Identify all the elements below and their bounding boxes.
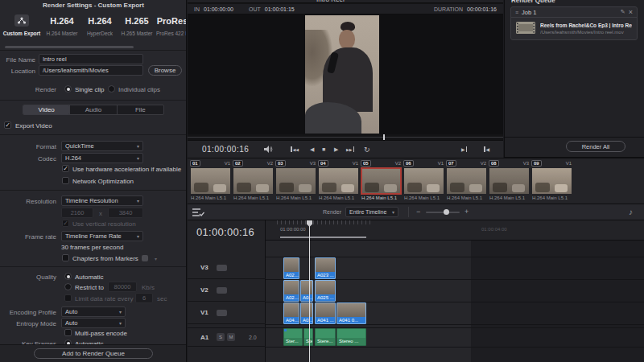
entropy-mode-dropdown[interactable]: Auto▾ bbox=[61, 318, 126, 328]
clip-thumbnail[interactable]: 09V1 H.264 Main L5.1 bbox=[532, 160, 572, 200]
tab-video[interactable]: Video bbox=[23, 105, 69, 114]
speaker-icon[interactable] bbox=[264, 146, 273, 154]
first-frame-button[interactable]: ◀◀ bbox=[291, 146, 299, 152]
single-clip-radio[interactable] bbox=[64, 85, 72, 93]
timeline-clip-audio[interactable]: Stereo ... bbox=[336, 328, 366, 346]
track-header-v3[interactable]: V3 bbox=[188, 257, 266, 279]
timeline-clip-video[interactable]: A02... bbox=[283, 257, 299, 279]
marker-color-icon[interactable] bbox=[142, 255, 148, 261]
chapters-checkbox[interactable] bbox=[62, 254, 69, 261]
music-note-icon[interactable]: ♪ bbox=[629, 208, 633, 216]
clip-thumb-image[interactable] bbox=[404, 168, 444, 194]
clip-thumb-image[interactable] bbox=[319, 168, 358, 194]
timeline-playhead-line[interactable] bbox=[309, 226, 310, 362]
mute-button[interactable]: M bbox=[227, 333, 235, 341]
video-stage[interactable] bbox=[188, 14, 503, 134]
codec-dropdown[interactable]: H.264▾ bbox=[61, 153, 143, 163]
video-track-icon[interactable] bbox=[217, 265, 227, 271]
vertical-res-checkbox[interactable]: ✓ bbox=[62, 220, 69, 227]
clip-thumb-image[interactable] bbox=[532, 168, 572, 194]
clip-thumbnail[interactable]: 02V2 H.264 Main L5.1 bbox=[233, 160, 273, 200]
clip-thumb-image[interactable] bbox=[276, 168, 316, 194]
zoom-slider-handle[interactable] bbox=[444, 209, 449, 215]
viewer-scrub-bar[interactable] bbox=[188, 137, 503, 138]
zoom-slider-track[interactable] bbox=[426, 212, 460, 213]
video-track-icon[interactable] bbox=[217, 310, 227, 316]
network-opt-checkbox[interactable] bbox=[62, 177, 69, 184]
clip-thumbnail[interactable]: 08V3 H.264 Main L5.1 bbox=[489, 160, 529, 200]
tab-audio[interactable]: Audio bbox=[69, 105, 117, 114]
clip-thumbnail[interactable]: 07V2 H.264 Main L5.1 bbox=[447, 160, 486, 200]
encoding-profile-dropdown[interactable]: Auto▾ bbox=[61, 306, 126, 317]
loop-button[interactable]: ↻ bbox=[364, 146, 370, 154]
preset-prores[interactable]: ProRes ProRes 422 H bbox=[156, 11, 187, 47]
clip-thumbnail[interactable]: 03V3 H.264 Main L5.1 bbox=[276, 160, 316, 200]
hw-accel-checkbox[interactable]: ✓ bbox=[62, 165, 69, 172]
edit-job-icon[interactable]: ✎ bbox=[621, 9, 625, 15]
zoom-out-icon[interactable]: − bbox=[416, 208, 420, 216]
location-input[interactable]: /Users/leahsmith/Movies bbox=[39, 65, 143, 76]
clip-thumbnail[interactable]: 01V1 H.264 Main L5.1 bbox=[191, 160, 230, 200]
individual-clips-radio[interactable] bbox=[108, 85, 115, 93]
clip-thumbnail-selected[interactable]: 05V2 H.264 Main L5.1 bbox=[361, 160, 401, 200]
clip-thumbnail[interactable]: 04V1 H.264 Main L5.1 bbox=[319, 160, 358, 200]
preset-hyperdeck[interactable]: H.264 HyperDeck bbox=[82, 11, 118, 47]
export-video-checkbox[interactable]: ✓ bbox=[4, 121, 11, 129]
play-reverse-button[interactable]: ◀ bbox=[310, 146, 314, 153]
preset-custom-export[interactable]: Custom Export bbox=[2, 11, 42, 47]
zoom-in-icon[interactable]: + bbox=[464, 208, 469, 216]
last-frame-button[interactable]: ▶▶ bbox=[346, 146, 354, 152]
timeline-clip-video[interactable]: A041 ... bbox=[315, 302, 336, 324]
timeline-clip-audio[interactable]: Ster... bbox=[283, 328, 303, 346]
format-dropdown[interactable]: QuickTime▾ bbox=[61, 141, 143, 151]
clip-thumb-image[interactable] bbox=[361, 168, 401, 194]
viewer-playhead[interactable] bbox=[383, 134, 385, 140]
timeline-clip-video[interactable]: A0... bbox=[300, 280, 313, 302]
render-range-dropdown[interactable]: Entire Timeline▾ bbox=[345, 207, 398, 217]
timeline-clip-video[interactable]: A02... bbox=[283, 280, 299, 302]
preset-h265-master[interactable]: H.265 H.265 Master bbox=[119, 11, 155, 47]
timeline-clip-video[interactable]: A025 ... bbox=[315, 280, 336, 302]
render-job-card[interactable]: ≡ Job 1 ✎ × Reels from Rachel&Co Ep3 | I… bbox=[510, 6, 638, 40]
resolution-height-input[interactable]: 3840 bbox=[108, 208, 143, 218]
timeline-clip-audio[interactable]: Ste... bbox=[303, 328, 313, 346]
file-name-input[interactable]: Intro reel bbox=[39, 54, 143, 64]
resolution-width-input[interactable]: 2160 bbox=[61, 208, 93, 218]
timeline-ruler[interactable]: 01:00:00:00 01:00:04:00 bbox=[266, 220, 644, 241]
play-button[interactable]: ▶ bbox=[334, 146, 338, 153]
resolution-dropdown[interactable]: Timeline Resolution▾ bbox=[61, 195, 143, 206]
stop-button[interactable]: ■ bbox=[322, 146, 325, 152]
restrict-input[interactable]: 80000 bbox=[108, 282, 137, 292]
timeline-clip-video[interactable]: A0... bbox=[300, 302, 313, 324]
timeline-clip-video[interactable]: A04... bbox=[283, 302, 299, 324]
frame-rate-dropdown[interactable]: Timeline Frame Rate▾ bbox=[61, 231, 143, 241]
timeline-options-icon[interactable] bbox=[192, 208, 204, 219]
video-track-icon[interactable] bbox=[217, 287, 227, 294]
track-header-a1[interactable]: A1 S M 2.0 bbox=[188, 327, 266, 347]
add-to-render-queue-button[interactable]: Add to Render Queue bbox=[34, 348, 153, 359]
limit-input[interactable]: 6 bbox=[135, 293, 153, 303]
browse-button[interactable]: Browse bbox=[148, 65, 182, 76]
multipass-checkbox[interactable] bbox=[64, 329, 72, 336]
timeline-clip-video[interactable]: A041 0... bbox=[336, 302, 366, 324]
clip-thumb-image[interactable] bbox=[447, 168, 486, 194]
track-header-v1[interactable]: V1 bbox=[188, 302, 266, 324]
preset-h264-master[interactable]: H.264 H.264 Master bbox=[43, 11, 80, 47]
clip-thumb-image[interactable] bbox=[191, 168, 230, 194]
track-header-v2[interactable]: V2 bbox=[188, 279, 266, 302]
limit-checkbox[interactable] bbox=[64, 294, 72, 302]
close-job-icon[interactable]: × bbox=[629, 10, 633, 15]
timeline-clip-audio[interactable]: Stere... bbox=[315, 328, 336, 346]
preset-scrollbar[interactable] bbox=[5, 46, 134, 48]
tab-file[interactable]: File bbox=[118, 105, 163, 114]
goto-out-button[interactable]: ▶ bbox=[461, 146, 467, 152]
drag-handle-icon[interactable]: ≡ bbox=[515, 10, 518, 15]
goto-in-button[interactable]: ◀ bbox=[484, 146, 489, 152]
clip-thumb-image[interactable] bbox=[489, 168, 529, 194]
clip-thumb-image[interactable] bbox=[233, 168, 273, 194]
quality-auto-radio[interactable] bbox=[64, 273, 72, 280]
render-all-button[interactable]: Render All bbox=[566, 141, 625, 152]
clip-thumbnail[interactable]: 06V1 H.264 Main L5.1 bbox=[404, 160, 444, 200]
restrict-radio[interactable] bbox=[64, 283, 72, 290]
timeline-clip-video[interactable]: A023 ... bbox=[315, 257, 336, 279]
